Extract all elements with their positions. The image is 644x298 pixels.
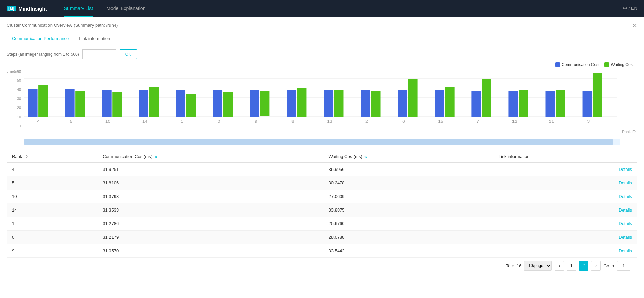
next-page-btn[interactable]: › (591, 261, 601, 271)
details-link[interactable]: Details (619, 180, 632, 185)
y-tick-20: 20 (17, 106, 21, 110)
table-row: 5 31.8106 30.2478 Details (7, 176, 637, 190)
main-content: Cluster Communication Overview (Summary … (0, 17, 644, 298)
per-page-select[interactable]: 10/page (524, 261, 552, 271)
y-tick-50: 50 (17, 78, 21, 82)
details-link[interactable]: Details (619, 194, 632, 199)
details-link[interactable]: Details (619, 221, 632, 226)
cell-wait-cost: 36.9956 (324, 163, 494, 176)
details-link[interactable]: Details (619, 167, 632, 172)
svg-rect-21 (213, 90, 222, 117)
cell-comm-cost: 31.2179 (98, 231, 323, 244)
col-comm-cost-label: Communication Cost(ms) (103, 154, 153, 159)
tab-communication-performance[interactable]: Communication Performance (7, 33, 74, 44)
page-1-btn[interactable]: 1 (567, 261, 576, 271)
svg-rect-43 (482, 79, 491, 117)
svg-rect-24 (250, 90, 259, 117)
svg-rect-51 (583, 91, 592, 117)
svg-text:7: 7 (476, 119, 479, 123)
tab-link-information[interactable]: Link information (74, 33, 115, 44)
legend-wait-color (604, 62, 609, 67)
details-link[interactable]: Details (619, 235, 632, 240)
chart-container: Communication Cost Waiting Cost time(ms) (7, 62, 637, 137)
data-table: Rank ID Communication Cost(ms) ⇅ Waiting… (7, 151, 637, 258)
chart-scrollbar[interactable] (24, 139, 620, 145)
svg-rect-46 (519, 90, 528, 117)
cell-comm-cost: 31.8106 (98, 176, 323, 190)
close-button[interactable]: ✕ (632, 22, 637, 29)
svg-rect-34 (371, 91, 381, 117)
svg-text:9: 9 (255, 119, 257, 123)
cell-wait-cost: 30.2478 (324, 176, 494, 190)
cell-wait-cost: 27.0609 (324, 190, 494, 203)
nav-tab-model-explanation[interactable]: Model Explanation (100, 0, 152, 17)
table-body: 4 31.9251 36.9956 Details 5 31.8106 30.2… (7, 163, 637, 258)
svg-rect-28 (297, 88, 307, 117)
sort-wait-icon: ⇅ (364, 155, 367, 159)
cell-comm-cost: 31.3793 (98, 190, 323, 203)
svg-rect-27 (287, 90, 296, 117)
svg-rect-39 (435, 90, 444, 117)
svg-rect-18 (176, 90, 185, 117)
steps-input[interactable] (82, 49, 116, 59)
legend-wait-label: Waiting Cost (611, 62, 634, 67)
y-tick-10: 10 (17, 115, 21, 119)
goto-label: Go to (603, 263, 614, 269)
chart-svg: 4 5 10 14 1 0 9 (24, 69, 617, 127)
svg-text:13: 13 (327, 119, 333, 123)
svg-rect-7 (38, 85, 48, 117)
col-rank-id: Rank ID (7, 151, 98, 163)
svg-rect-31 (334, 90, 344, 117)
svg-rect-15 (139, 90, 148, 117)
page-2-btn[interactable]: 2 (579, 261, 588, 271)
svg-text:4: 4 (37, 119, 40, 123)
cell-wait-cost: 33.8875 (324, 203, 494, 217)
prev-page-btn[interactable]: ‹ (555, 261, 564, 271)
col-wait-cost-label: Waiting Cost(ms) (329, 154, 362, 159)
col-comm-cost[interactable]: Communication Cost(ms) ⇅ (98, 151, 323, 163)
cell-rank-id: 5 (7, 176, 98, 190)
svg-text:2: 2 (365, 119, 368, 123)
nav-tab-summary-list[interactable]: Summary List (57, 0, 100, 17)
svg-text:0: 0 (218, 119, 220, 123)
lang-switch[interactable]: 中 / EN (623, 5, 637, 12)
col-wait-cost[interactable]: Waiting Cost(ms) ⇅ (324, 151, 494, 163)
scrollbar-thumb[interactable] (24, 139, 613, 145)
cell-rank-id: 10 (7, 190, 98, 203)
cell-rank-id: 1 (7, 217, 98, 231)
details-link[interactable]: Details (619, 207, 632, 213)
svg-rect-48 (545, 91, 555, 117)
legend-comm-cost: Communication Cost (555, 62, 599, 67)
details-link[interactable]: Details (619, 248, 632, 253)
ok-button[interactable]: OK (120, 49, 137, 59)
logo-text: MindInsight (19, 6, 47, 12)
svg-text:12: 12 (512, 119, 517, 123)
svg-rect-37 (408, 79, 418, 117)
svg-rect-16 (149, 87, 159, 117)
cell-wait-cost: 33.5442 (324, 244, 494, 258)
goto-input[interactable] (617, 261, 630, 271)
cell-comm-cost: 31.0570 (98, 244, 323, 258)
svg-rect-49 (556, 90, 565, 117)
header: [M] MindInsight Summary List Model Expla… (0, 0, 644, 17)
page-title-sub: (Summary path: /run4) (74, 23, 118, 28)
cell-rank-id: 14 (7, 203, 98, 217)
svg-text:15: 15 (438, 119, 443, 123)
svg-text:10: 10 (105, 119, 111, 123)
svg-rect-45 (508, 91, 518, 117)
legend-wait-cost: Waiting Cost (604, 62, 634, 67)
tab-bar: Communication Performance Link informati… (7, 33, 637, 44)
logo-box: [M] (7, 6, 16, 11)
pagination-area: Total 16 10/page ‹ 1 2 › Go to (7, 258, 637, 274)
cell-comm-cost: 31.2786 (98, 217, 323, 231)
svg-rect-25 (260, 91, 269, 116)
svg-text:8: 8 (291, 119, 294, 123)
svg-rect-13 (112, 92, 122, 117)
svg-rect-30 (324, 90, 333, 117)
table-row: 0 31.2179 28.0788 Details (7, 231, 637, 244)
cell-rank-id: 4 (7, 163, 98, 176)
table-row: 9 31.0570 33.5442 Details (7, 244, 637, 258)
table-header-row: Rank ID Communication Cost(ms) ⇅ Waiting… (7, 151, 637, 163)
rank-id-label: Rank ID (622, 130, 636, 134)
cell-comm-cost: 31.3533 (98, 203, 323, 217)
